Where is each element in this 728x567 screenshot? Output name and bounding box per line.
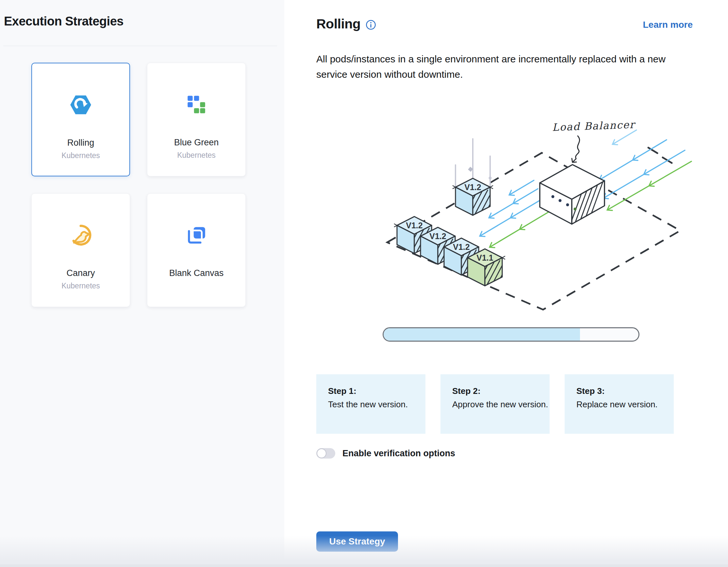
divider <box>3 46 277 46</box>
step-title: Step 3: <box>576 386 674 396</box>
load-balancer-label: Load Balancer <box>552 119 636 133</box>
strategy-card-rolling[interactable]: Rolling Kubernetes <box>31 63 130 176</box>
label-squiggle-arrow <box>572 136 580 162</box>
strategy-card-title: Blue Green <box>174 138 219 148</box>
strategy-card-subtitle: Kubernetes <box>61 151 100 160</box>
step-description: Replace new version. <box>576 399 674 409</box>
strategy-card-title: Canary <box>66 268 95 278</box>
step-title: Step 2: <box>452 386 550 396</box>
verification-toggle-label: Enable verification options <box>342 448 455 459</box>
rolling-deployment-illustration: Load Balancer <box>359 108 693 320</box>
strategy-description: All pods/instances in a single environme… <box>316 52 697 82</box>
cube-version-label: V1.2 <box>429 232 446 241</box>
step-card-3: Step 3: Replace new version. <box>565 374 674 434</box>
page-title: Execution Strategies <box>4 14 124 28</box>
incoming-traffic-arrows <box>600 130 691 210</box>
rollout-progress-bar <box>383 327 639 342</box>
execution-strategies-panel: Execution Strategies Rolling Kubernetes <box>0 0 285 567</box>
learn-more-link[interactable]: Learn more <box>643 20 693 30</box>
cube-version-label: V1.2 <box>453 242 470 252</box>
rolling-icon <box>70 93 92 116</box>
strategy-card-blue-green[interactable]: Blue Green Kubernetes <box>147 63 246 176</box>
toggle-knob <box>317 448 326 458</box>
step-title: Step 1: <box>328 386 425 396</box>
canary-icon <box>69 224 92 247</box>
blank-canvas-icon <box>186 224 207 247</box>
steps-row: Step 1: Test the new version. Step 2: Ap… <box>316 374 674 434</box>
strategy-card-grid: Rolling Kubernetes Blue Green Kubernetes <box>31 63 246 307</box>
step-description: Approve the new version. <box>452 399 550 409</box>
strategy-detail-panel: Rolling Learn more All pods/instances in… <box>284 0 728 567</box>
strategy-card-title: Blank Canvas <box>169 268 224 278</box>
enable-verification-toggle[interactable] <box>316 448 335 459</box>
detail-header: Rolling Learn more <box>316 16 693 32</box>
strategy-card-title: Rolling <box>67 138 94 148</box>
pod-cube-v11: V1.1 <box>468 249 508 289</box>
strategy-card-blank-canvas[interactable]: Blank Canvas <box>147 193 246 307</box>
cube-version-label: V1.2 <box>406 221 422 230</box>
strategy-card-subtitle: Kubernetes <box>177 151 216 160</box>
step-card-2: Step 2: Approve the new version. <box>440 374 550 434</box>
step-description: Test the new version. <box>328 399 425 409</box>
load-balancer-box <box>540 165 606 227</box>
strategy-detail-title: Rolling <box>316 16 360 32</box>
hover-cube-v12: V1.2 <box>453 178 496 219</box>
cube-version-label: V1.2 <box>464 183 481 192</box>
strategy-card-canary[interactable]: Canary Kubernetes <box>31 193 130 307</box>
cube-version-label: V1.1 <box>476 253 493 262</box>
blue-green-icon <box>186 93 207 116</box>
use-strategy-button[interactable]: Use Strategy <box>316 531 398 552</box>
verification-toggle-row: Enable verification options <box>316 448 455 459</box>
strategy-card-subtitle: Kubernetes <box>61 282 100 290</box>
rollout-progress-fill <box>384 328 580 341</box>
info-icon[interactable] <box>366 20 376 30</box>
step-card-1: Step 1: Test the new version. <box>316 374 425 434</box>
